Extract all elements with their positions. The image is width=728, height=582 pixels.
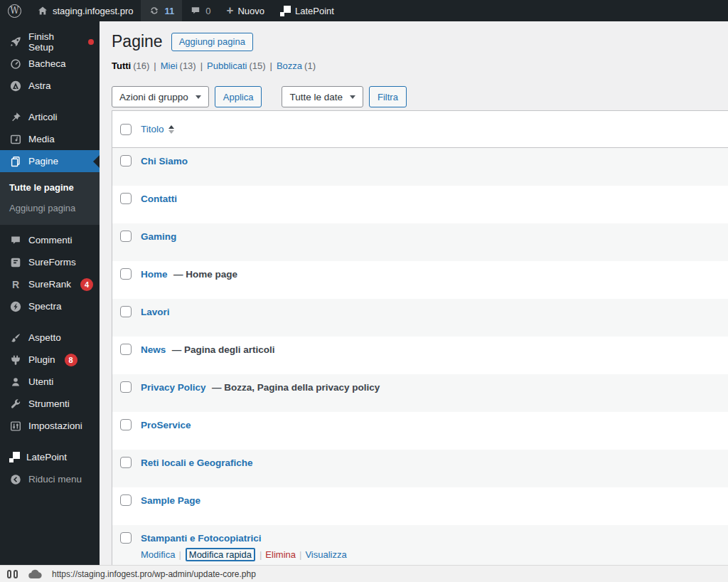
add-page-button[interactable]: Aggiungi pagina bbox=[171, 33, 253, 51]
row-checkbox[interactable] bbox=[120, 344, 132, 355]
row-checkbox[interactable] bbox=[120, 231, 132, 242]
sidebar-item-impostazioni[interactable]: Impostazioni bbox=[0, 415, 100, 437]
sidebar-item-label: Spectra bbox=[28, 301, 62, 312]
page-link[interactable]: Chi Siamo bbox=[141, 156, 188, 166]
pages-icon bbox=[9, 155, 22, 168]
date-filter-select[interactable]: Tutte le date bbox=[282, 86, 363, 107]
sureforms-icon bbox=[9, 256, 22, 269]
page-link[interactable]: Lavori bbox=[141, 307, 170, 317]
row-checkbox[interactable] bbox=[120, 494, 132, 506]
table-row: Stampanti e Fotocopiatrici Modifica|Modi… bbox=[112, 525, 728, 565]
latepoint-label: LatePoint bbox=[295, 6, 334, 16]
filter-button[interactable]: Filtra bbox=[369, 86, 407, 107]
view-link[interactable]: Visualizza bbox=[305, 549, 346, 560]
sidebar-item-label: Media bbox=[28, 134, 55, 144]
sort-by-title-link[interactable]: Titolo bbox=[141, 124, 174, 134]
sidebar-item-sureforms[interactable]: SureForms bbox=[0, 251, 100, 273]
sidebar-item-aspetto[interactable]: Aspetto bbox=[0, 327, 100, 349]
sidebar-item-spectra[interactable]: Spectra bbox=[0, 295, 100, 317]
page-link[interactable]: News bbox=[141, 344, 166, 355]
plugin-icon bbox=[9, 354, 22, 366]
table-row: Gaming bbox=[112, 223, 728, 261]
quick-edit-link[interactable]: Modifica rapida bbox=[186, 548, 255, 561]
sidebar-item-articoli[interactable]: Articoli bbox=[0, 106, 100, 128]
chevron-down-icon bbox=[350, 95, 355, 99]
sidebar-item-label: Plugin bbox=[28, 354, 55, 365]
visit-site-link[interactable]: staging.infogest.pro bbox=[29, 0, 141, 21]
page-link[interactable]: Privacy Policy bbox=[141, 382, 206, 393]
menu-spacer bbox=[0, 437, 100, 446]
sidebar-item-surerank[interactable]: R SureRank 4 bbox=[0, 273, 100, 295]
surerank-icon: R bbox=[9, 279, 22, 290]
table-row: Reti locali e Geografiche bbox=[112, 450, 728, 487]
wordpress-menu-button[interactable]: W bbox=[0, 0, 29, 21]
filter-tutti[interactable]: Tutti(16) bbox=[112, 60, 149, 71]
sidebar-item-commenti[interactable]: Commenti bbox=[0, 229, 100, 251]
new-content-link[interactable]: + Nuovo bbox=[218, 0, 272, 21]
admin-bar: W staging.infogest.pro 11 0 + Nuovo Late… bbox=[0, 0, 728, 21]
sidebar-item-media[interactable]: Media bbox=[0, 128, 100, 150]
latepoint-admin-bar-link[interactable]: LatePoint bbox=[272, 0, 342, 21]
submenu-item-aggiungi-pagina[interactable]: Aggiungi pagina bbox=[0, 198, 100, 218]
row-actions: Modifica|Modifica rapida|Elimina|Visuali… bbox=[141, 549, 347, 560]
select-all-checkbox[interactable] bbox=[120, 124, 132, 135]
bulk-actions-select[interactable]: Azioni di gruppo bbox=[112, 86, 209, 107]
filter-bozza[interactable]: Bozza(1) bbox=[277, 60, 316, 71]
sidebar-item-strumenti[interactable]: Strumenti bbox=[0, 393, 100, 415]
admin-menu: Finish Setup Bacheca Astra Articoli Medi… bbox=[0, 21, 100, 565]
page-link[interactable]: Stampanti e Fotocopiatrici bbox=[141, 533, 262, 544]
page-link[interactable]: Home bbox=[141, 269, 168, 280]
page-link[interactable]: Gaming bbox=[141, 231, 176, 242]
sidebar-item-pagine[interactable]: Pagine bbox=[0, 150, 100, 172]
row-checkbox[interactable] bbox=[120, 381, 132, 393]
status-url: https://staging.infogest.pro/wp-admin/up… bbox=[52, 569, 256, 579]
sidebar-item-finish-setup[interactable]: Finish Setup bbox=[0, 31, 100, 53]
page-link[interactable]: Contatti bbox=[141, 194, 177, 204]
edit-link[interactable]: Modifica bbox=[141, 549, 175, 560]
filter-separator: | bbox=[200, 60, 203, 71]
row-checkbox[interactable] bbox=[120, 306, 132, 317]
updates-link[interactable]: 11 bbox=[141, 0, 182, 21]
row-checkbox[interactable] bbox=[120, 155, 132, 166]
row-checkbox[interactable] bbox=[120, 268, 132, 280]
sidebar-item-label: Articoli bbox=[28, 112, 58, 122]
wordpress-admin-screen: W staging.infogest.pro 11 0 + Nuovo Late… bbox=[0, 0, 728, 582]
sidebar-item-bacheca[interactable]: Bacheca bbox=[0, 53, 100, 75]
appearance-brush-icon bbox=[9, 332, 22, 344]
apply-button[interactable]: Applica bbox=[215, 86, 262, 107]
row-checkbox[interactable] bbox=[120, 457, 132, 468]
filter-miei[interactable]: Miei(13) bbox=[161, 60, 196, 71]
sidebar-item-label: Utenti bbox=[28, 376, 53, 387]
delete-link[interactable]: Elimina bbox=[265, 549, 296, 560]
sidebar-item-utenti[interactable]: Utenti bbox=[0, 371, 100, 393]
page-link[interactable]: ProService bbox=[141, 420, 191, 430]
rocket-icon bbox=[9, 36, 22, 48]
row-checkbox[interactable] bbox=[120, 532, 132, 544]
update-icon bbox=[149, 5, 160, 16]
comments-link[interactable]: 0 bbox=[182, 0, 218, 21]
sidebar-item-label: Aspetto bbox=[28, 332, 61, 343]
row-checkbox[interactable] bbox=[120, 419, 132, 430]
submenu-item-tutte-le-pagine[interactable]: Tutte le pagine bbox=[0, 177, 100, 198]
sidebar-item-astra[interactable]: Astra bbox=[0, 75, 100, 97]
collapse-menu-icon bbox=[9, 473, 22, 486]
update-count: 11 bbox=[164, 6, 174, 16]
wordpress-logo-icon: W bbox=[8, 4, 21, 18]
sidebar-item-riduci-menu[interactable]: Riduci menu bbox=[0, 468, 100, 490]
surerank-badge: 4 bbox=[80, 278, 93, 291]
tools-wrench-icon bbox=[9, 398, 22, 411]
sidebar-item-plugin[interactable]: Plugin 8 bbox=[0, 349, 100, 371]
filter-separator: | bbox=[154, 60, 156, 71]
row-checkbox[interactable] bbox=[120, 193, 132, 204]
comments-icon bbox=[9, 234, 22, 247]
post-state: — Bozza, Pagina della privacy policy bbox=[212, 382, 380, 393]
sidebar-item-latepoint[interactable]: LatePoint bbox=[0, 446, 100, 468]
post-state: — Pagina degli articoli bbox=[172, 344, 275, 355]
status-filter-links: Tutti(16) | Miei(13) | Pubblicati(15) | … bbox=[112, 60, 728, 71]
sidebar-item-label: Bacheca bbox=[28, 58, 66, 69]
page-link[interactable]: Reti locali e Geografiche bbox=[141, 457, 253, 468]
pushpin-icon bbox=[9, 111, 22, 124]
page-header: Pagine Aggiungi pagina bbox=[112, 32, 728, 51]
page-link[interactable]: Sample Page bbox=[141, 495, 200, 506]
filter-pubblicati[interactable]: Pubblicati(15) bbox=[207, 60, 266, 71]
